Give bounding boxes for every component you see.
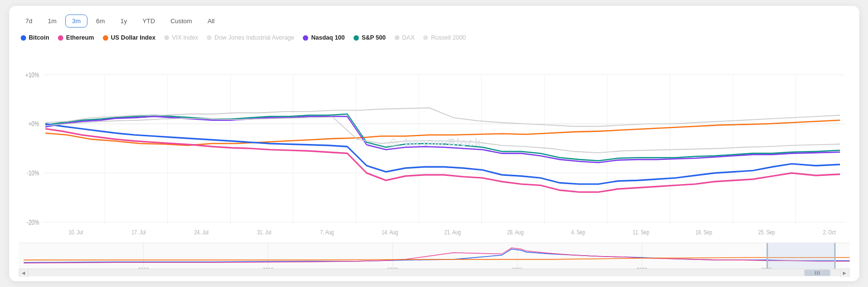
scroll-left-button[interactable]: ◀ — [19, 269, 28, 277]
time-btn-1m[interactable]: 1m — [41, 14, 63, 28]
chart-card: 7d1m3m6m1yYTDCustomAll BitcoinEthereumUS… — [9, 6, 859, 281]
legend-item-vix[interactable]: VIX Index — [164, 34, 198, 41]
legend-dot-ethereum — [58, 35, 63, 41]
time-btn-6m[interactable]: 6m — [89, 14, 112, 28]
legend-dot-dax — [395, 35, 399, 40]
scroll-thumb-grip — [815, 271, 820, 275]
legend-label-dowjones: Dow Jones Industrial Average — [214, 34, 294, 41]
svg-text:4. Sep: 4. Sep — [571, 229, 585, 235]
svg-text:18. Sep: 18. Sep — [695, 229, 711, 235]
svg-rect-47 — [767, 243, 768, 269]
svg-text:+10%: +10% — [25, 71, 39, 79]
svg-text:24. Jul: 24. Jul — [194, 229, 208, 235]
svg-text:11. Sep: 11. Sep — [632, 229, 649, 235]
legend-item-bitcoin[interactable]: Bitcoin — [21, 34, 49, 41]
svg-rect-46 — [768, 243, 835, 269]
scroll-right-button[interactable]: ▶ — [840, 269, 850, 277]
legend-dot-nasdaq — [303, 35, 308, 41]
legend-item-sp500[interactable]: S&P 500 — [354, 34, 386, 41]
main-chart: IncomeBlock +10% +0% -10% -20% — [19, 44, 850, 241]
time-btn-7d[interactable]: 7d — [19, 14, 39, 28]
legend-item-ethereum[interactable]: Ethereum — [58, 34, 94, 41]
legend-label-ethereum: Ethereum — [66, 34, 94, 41]
legend-dot-sp500 — [354, 35, 359, 41]
time-btn-3m[interactable]: 3m — [65, 14, 87, 28]
legend-dot-bitcoin — [21, 35, 26, 41]
legend-dot-usdollar — [103, 35, 108, 41]
svg-text:+0%: +0% — [28, 120, 39, 128]
scrollbar[interactable]: ◀ ▶ — [19, 269, 850, 276]
svg-text:31. Jul: 31. Jul — [257, 229, 271, 235]
chart-svg: +10% +0% -10% -20% 10. Jul 17. Jul 24. J… — [19, 44, 850, 241]
legend-item-dowjones[interactable]: Dow Jones Industrial Average — [207, 34, 294, 41]
time-btn-1y[interactable]: 1y — [114, 14, 134, 28]
legend-dot-vix — [164, 35, 169, 40]
svg-rect-48 — [834, 243, 836, 269]
line-ethereum — [45, 129, 840, 192]
navigator: 2018 2019 2020 2021 2022 2023 — [19, 243, 850, 276]
legend-item-russell[interactable]: Russell 2000 — [423, 34, 466, 41]
svg-text:10. Jul: 10. Jul — [69, 229, 83, 235]
legend-label-vix: VIX Index — [172, 34, 198, 41]
legend-label-nasdaq: Nasdaq 100 — [311, 34, 344, 41]
time-btn-all[interactable]: All — [201, 14, 221, 28]
legend-item-nasdaq[interactable]: Nasdaq 100 — [303, 34, 344, 41]
legend-item-usdollar[interactable]: US Dollar Index — [103, 34, 156, 41]
legend-label-bitcoin: Bitcoin — [29, 34, 49, 41]
legend-label-sp500: S&P 500 — [362, 34, 386, 41]
time-btn-ytd[interactable]: YTD — [136, 14, 162, 28]
legend-dot-russell — [423, 35, 428, 40]
legend-label-dax: DAX — [402, 34, 415, 41]
svg-text:2. Oct: 2. Oct — [823, 229, 836, 235]
svg-text:-20%: -20% — [27, 219, 39, 227]
time-btn-custom[interactable]: Custom — [164, 14, 199, 28]
legend: BitcoinEthereumUS Dollar IndexVIX IndexD… — [19, 34, 850, 41]
svg-text:14. Aug: 14. Aug — [382, 229, 398, 235]
scroll-track — [28, 269, 840, 276]
legend-label-russell: Russell 2000 — [431, 34, 466, 41]
svg-text:28. Aug: 28. Aug — [507, 229, 524, 235]
time-range-toolbar: 7d1m3m6m1yYTDCustomAll — [19, 14, 850, 28]
legend-item-dax[interactable]: DAX — [395, 34, 415, 41]
scroll-thumb[interactable] — [804, 270, 830, 276]
svg-text:7. Aug: 7. Aug — [320, 229, 333, 235]
svg-text:-10%: -10% — [27, 170, 39, 177]
svg-text:25. Sep: 25. Sep — [758, 229, 774, 235]
svg-text:21. Aug: 21. Aug — [444, 229, 461, 235]
legend-label-usdollar: US Dollar Index — [111, 34, 156, 41]
legend-dot-dowjones — [207, 35, 212, 40]
svg-text:17. Jul: 17. Jul — [131, 229, 145, 235]
